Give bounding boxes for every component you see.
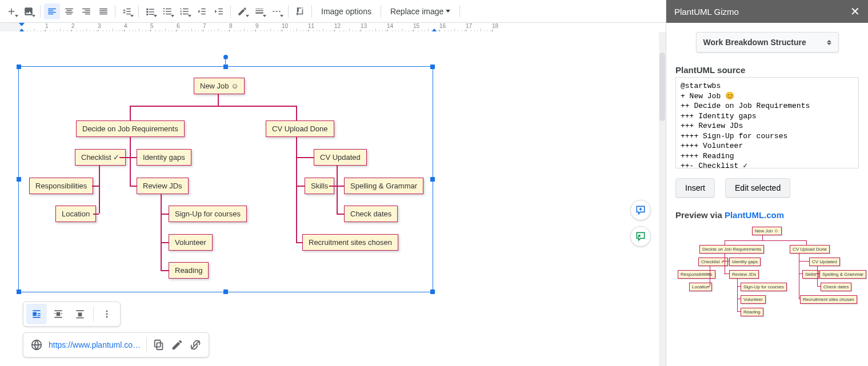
align-right-button[interactable] [78, 3, 94, 19]
svg-rect-10 [76, 310, 83, 311]
resize-handle[interactable] [223, 289, 228, 294]
preview-link[interactable]: PlantUML.com [725, 210, 784, 220]
svg-rect-11 [78, 313, 82, 317]
svg-rect-7 [54, 313, 55, 314]
separator [40, 5, 41, 18]
insert-button[interactable]: Insert [675, 178, 715, 198]
image-menu-button[interactable] [21, 3, 37, 19]
resize-handle[interactable] [430, 177, 435, 182]
svg-rect-1 [33, 312, 37, 316]
source-textarea[interactable] [675, 77, 859, 168]
wbs-node: Identity gaps [729, 258, 761, 266]
suggest-edit-button[interactable] [630, 226, 651, 247]
wbs-connector [130, 106, 297, 107]
close-sidebar-button[interactable]: ✕ [850, 6, 860, 17]
svg-rect-5 [54, 310, 62, 311]
wbs-node: Identity gaps [137, 149, 191, 166]
wbs-connector [130, 186, 137, 187]
svg-rect-17 [157, 343, 162, 349]
sidebar-title: PlantUML Gizmo [674, 7, 739, 17]
separator [288, 5, 289, 18]
resize-handle[interactable] [430, 289, 435, 294]
side-buttons [630, 200, 651, 247]
preview-label: Preview via PlantUML.com [675, 210, 859, 220]
wbs-node: Responsibilities [29, 178, 93, 194]
decrease-indent-button[interactable] [194, 3, 210, 19]
wbs-connector [296, 157, 314, 158]
selected-image[interactable]: New Job ☺ Decide on Job Requirements CV … [18, 66, 433, 292]
border-color-button[interactable] [234, 3, 250, 19]
wbs-connector [130, 137, 131, 186]
wbs-node: Spelling & Grammar [344, 178, 423, 194]
wbs-node: CV Upload Done [790, 245, 830, 254]
link-url[interactable]: https://www.plantuml.co… [49, 340, 141, 349]
wbs-connector [337, 186, 344, 187]
wrap-text-button[interactable] [48, 304, 69, 324]
separator [115, 5, 115, 18]
remove-link-button[interactable] [189, 339, 202, 351]
wbs-connector [93, 214, 99, 215]
svg-rect-9 [54, 317, 62, 318]
diagram-type-select[interactable]: Work Breakdown Structure [696, 32, 839, 53]
ruler-margin-left[interactable] [19, 23, 25, 26]
image-options-button[interactable]: Image options [315, 3, 377, 19]
increase-indent-button[interactable] [211, 3, 227, 19]
sidebar-header: PlantUML Gizmo ✕ [666, 0, 868, 23]
separator [381, 5, 381, 18]
svg-rect-8 [61, 313, 62, 314]
wbs-connector [161, 270, 169, 271]
wrap-break-button[interactable] [70, 304, 90, 324]
rotate-handle[interactable] [223, 55, 228, 59]
crop-button[interactable] [292, 3, 308, 19]
wrap-inline-button[interactable] [26, 304, 47, 324]
wbs-node: Sign-Up for courses [169, 206, 247, 222]
line-spacing-button[interactable] [119, 3, 135, 19]
svg-rect-2 [38, 313, 41, 314]
svg-point-13 [106, 311, 108, 312]
wbs-node: New Job ☺ [194, 78, 245, 94]
align-center-button[interactable] [61, 3, 77, 19]
add-comment-button[interactable] [630, 200, 651, 220]
wbs-connector [329, 186, 337, 187]
globe-icon [30, 339, 43, 351]
image-wrap-toolbar [23, 301, 121, 327]
svg-rect-6 [57, 312, 61, 316]
resize-handle[interactable] [17, 289, 21, 294]
align-justify-button[interactable] [95, 3, 111, 19]
resize-handle[interactable] [223, 65, 228, 69]
wbs-node: Location [689, 283, 712, 291]
page[interactable]: New Job ☺ Decide on Job Requirements CV … [0, 32, 659, 366]
copy-link-button[interactable] [153, 339, 165, 351]
wbs-node: Checklist ✓ [75, 149, 126, 166]
wbs-node: Check dates [344, 206, 398, 222]
replace-image-button[interactable]: Replace image [385, 3, 456, 19]
insert-menu-button[interactable] [3, 3, 19, 19]
edit-selected-button[interactable]: Edit selected [725, 178, 790, 198]
wbs-node: Decide on Job Requirements [699, 245, 764, 254]
scrollbar-thumb[interactable] [659, 53, 665, 121]
wbs-node: Review JDs [729, 270, 759, 279]
wbs-connector [119, 157, 137, 158]
resize-handle[interactable] [430, 65, 435, 69]
wbs-node: Skills [802, 270, 819, 279]
checklist-button[interactable] [142, 3, 158, 19]
border-dash-button[interactable] [269, 3, 285, 19]
border-weight-button[interactable] [251, 3, 267, 19]
separator [230, 5, 231, 18]
scrollbar[interactable] [659, 32, 666, 366]
wbs-connector [161, 242, 169, 243]
edit-link-button[interactable] [171, 339, 183, 351]
wbs-connector [161, 194, 162, 270]
wbs-node: Recruitment sites chosen [800, 295, 857, 304]
align-left-button[interactable] [44, 3, 60, 19]
svg-rect-0 [33, 310, 40, 311]
resize-handle[interactable] [17, 65, 21, 69]
link-toolbar: https://www.plantuml.co… [23, 332, 209, 357]
bulleted-list-button[interactable] [159, 3, 175, 19]
numbered-list-button[interactable] [177, 3, 193, 19]
wbs-node: Volunteer [169, 234, 213, 251]
wbs-node: New Job ☺ [752, 227, 782, 235]
resize-handle[interactable] [17, 177, 21, 182]
wbs-connector [296, 186, 305, 187]
more-options-button[interactable] [97, 304, 117, 324]
